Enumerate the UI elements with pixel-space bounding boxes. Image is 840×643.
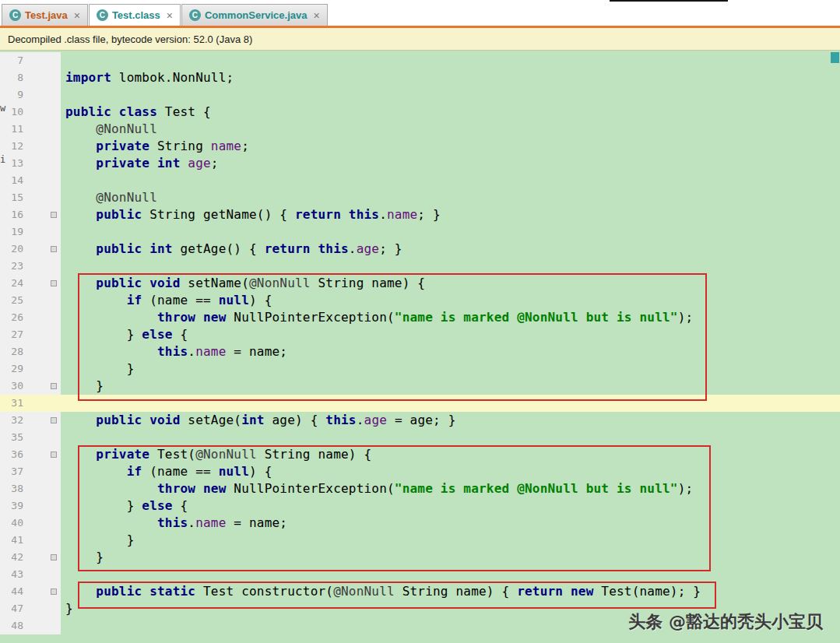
close-tab-icon[interactable]: ×	[74, 10, 80, 21]
gutter: 32	[0, 412, 61, 429]
code-text: @NonNull	[61, 189, 840, 206]
gutter: 20	[0, 241, 61, 258]
line-number: 23	[0, 258, 23, 275]
gutter: 16	[0, 206, 61, 223]
code-line-9[interactable]: 9	[0, 86, 840, 104]
fold-marker-icon[interactable]	[51, 417, 57, 423]
code-line-15[interactable]: 15 @NonNull	[0, 189, 840, 206]
code-line-7[interactable]: 7	[0, 52, 840, 69]
line-number: 47	[0, 600, 23, 617]
line-number: 26	[0, 309, 23, 326]
fold-marker-icon[interactable]	[51, 589, 57, 595]
line-number: 38	[0, 480, 23, 497]
gutter: 31	[0, 395, 61, 412]
class-icon: C	[9, 9, 21, 21]
code-line-35[interactable]: 35	[0, 429, 840, 446]
gutter: 8	[0, 69, 61, 86]
code-text: public class Test {	[61, 104, 840, 121]
line-number: 29	[0, 360, 23, 378]
fold-marker-icon[interactable]	[51, 246, 57, 252]
annotation-box-setname	[78, 273, 707, 401]
fold-marker-icon[interactable]	[51, 383, 57, 389]
edge-fragment: i	[0, 155, 5, 164]
line-number: 9	[0, 86, 23, 104]
gutter: 11	[0, 121, 61, 138]
code-line-12[interactable]: 12 private String name;	[0, 138, 840, 155]
code-line-14[interactable]: 14	[0, 172, 840, 189]
gutter: 35	[0, 429, 61, 446]
class-icon: C	[189, 9, 201, 21]
code-line-19[interactable]: 19	[0, 223, 840, 241]
line-number: 44	[0, 583, 23, 600]
fold-marker-icon[interactable]	[51, 212, 57, 218]
close-tab-icon[interactable]: ×	[167, 10, 173, 21]
line-number: 43	[0, 566, 23, 583]
code-line-11[interactable]: 11 @NonNull	[0, 121, 840, 138]
inspection-indicator[interactable]	[831, 52, 839, 63]
gutter: 42	[0, 549, 61, 566]
code-text: public void setAge(int age) { this.age =…	[61, 412, 840, 429]
code-line-10[interactable]: 10public class Test {	[0, 104, 840, 121]
gutter: 19	[0, 223, 61, 241]
edge-fragment: w	[0, 104, 5, 113]
gutter: 12	[0, 138, 61, 155]
editor[interactable]: 78import lombok.NonNull;910public class …	[0, 51, 840, 643]
tab-label: CommonService.java	[205, 9, 308, 21]
fold-marker-icon[interactable]	[51, 280, 57, 286]
line-number: 31	[0, 395, 23, 412]
annotation-box-static-constructor	[78, 582, 716, 609]
code-text: public String getName() { return this.na…	[61, 206, 840, 223]
code-line-23[interactable]: 23	[0, 258, 840, 275]
line-number: 12	[0, 138, 23, 155]
gutter: 36	[0, 446, 61, 463]
ide-window: CTest.java×CTest.class×CCommonService.ja…	[0, 0, 840, 643]
tab-test-java[interactable]: CTest.java×	[2, 4, 88, 26]
gutter: 47	[0, 600, 61, 617]
code-text	[61, 52, 840, 69]
code-line-32[interactable]: 32 public void setAge(int age) { this.ag…	[0, 412, 840, 429]
gutter: 24	[0, 275, 61, 292]
banner-text: Decompiled .class file, bytecode version…	[8, 33, 252, 45]
line-number: 27	[0, 326, 23, 343]
line-number: 16	[0, 206, 23, 223]
code-text: import lombok.NonNull;	[61, 69, 840, 86]
tab-label: Test.java	[25, 9, 68, 21]
code-line-20[interactable]: 20 public int getAge() { return this.age…	[0, 241, 840, 258]
gutter: 43	[0, 566, 61, 583]
tab-label: Test.class	[112, 9, 160, 21]
line-number: 28	[0, 343, 23, 360]
code-line-16[interactable]: 16 public String getName() { return this…	[0, 206, 840, 223]
code-text	[61, 86, 840, 104]
line-number: 36	[0, 446, 23, 463]
gutter: 27	[0, 326, 61, 343]
gutter: 25	[0, 292, 61, 309]
code-line-13[interactable]: 13 private int age;	[0, 155, 840, 172]
gutter: 7	[0, 52, 61, 69]
fold-marker-icon[interactable]	[51, 554, 57, 560]
gutter: 15	[0, 189, 61, 206]
line-number: 48	[0, 617, 23, 634]
code-text: private int age;	[61, 155, 840, 172]
code-text	[61, 429, 840, 446]
gutter: 30	[0, 378, 61, 395]
line-number: 37	[0, 463, 23, 480]
line-number: 35	[0, 429, 23, 446]
code-text	[61, 223, 840, 241]
gutter: 10	[0, 104, 61, 121]
code-text	[61, 258, 840, 275]
line-number: 24	[0, 275, 23, 292]
gutter: 9	[0, 86, 61, 104]
tab-bar: CTest.java×CTest.class×CCommonService.ja…	[0, 4, 840, 26]
gutter: 44	[0, 583, 61, 600]
gutter: 38	[0, 480, 61, 497]
fold-marker-icon[interactable]	[51, 452, 57, 458]
tab-test-class[interactable]: CTest.class×	[89, 4, 181, 26]
line-number: 40	[0, 515, 23, 532]
close-tab-icon[interactable]: ×	[314, 10, 320, 21]
code-line-8[interactable]: 8import lombok.NonNull;	[0, 69, 840, 86]
line-number: 20	[0, 241, 23, 258]
line-number: 11	[0, 121, 23, 138]
code-text: private String name;	[61, 138, 840, 155]
tab-commonservice-java[interactable]: CCommonService.java×	[181, 4, 328, 26]
top-strip	[0, 0, 840, 4]
